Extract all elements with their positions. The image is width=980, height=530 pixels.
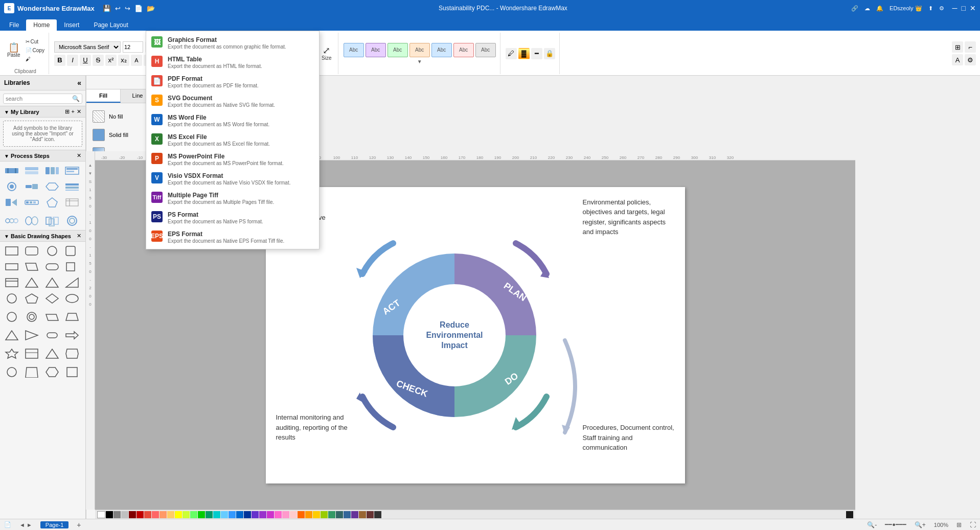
process-shape-6[interactable] xyxy=(24,179,40,194)
color-green-light[interactable] xyxy=(190,511,197,518)
close-process-btn[interactable]: ✕ xyxy=(77,152,81,159)
extra-btn[interactable]: ⚙ xyxy=(965,54,976,65)
text-color-btn[interactable]: A xyxy=(131,55,142,66)
basic-rect-2[interactable] xyxy=(3,260,20,274)
vt-5[interactable]: 5 xyxy=(87,194,94,201)
vt-2[interactable]: ▼ xyxy=(87,170,94,177)
color-near-black[interactable] xyxy=(846,511,853,518)
color-steel[interactable] xyxy=(344,511,351,518)
color-blue-dark[interactable] xyxy=(236,511,243,518)
bs-s5[interactable] xyxy=(3,365,20,379)
basic-pentagon[interactable] xyxy=(24,291,40,306)
basic-triangle-2[interactable] xyxy=(43,275,60,290)
color-yellow-light[interactable] xyxy=(167,511,174,518)
basic-rounded-rect-2[interactable] xyxy=(43,260,60,274)
bs-s4[interactable] xyxy=(64,347,81,361)
basic-drawing-section[interactable]: ▼ Basic Drawing Shapes ✕ xyxy=(0,230,85,242)
process-shape-10[interactable] xyxy=(24,195,40,210)
collapse-libraries-btn[interactable]: « xyxy=(77,79,81,87)
color-orange[interactable] xyxy=(298,511,305,518)
vt-9[interactable]: 0 xyxy=(87,227,94,234)
word-format-item[interactable]: W MS Word File Export the document as MS… xyxy=(146,111,319,130)
format-painter-btn[interactable]: 🖌 xyxy=(25,55,45,63)
my-library-section[interactable]: ▼ My Library ⊞ + ✕ xyxy=(0,106,85,118)
search-box[interactable]: 🔍 xyxy=(3,94,82,104)
fill-color-btn[interactable]: ▓ xyxy=(518,48,530,59)
redo-icon[interactable]: ↪ xyxy=(125,5,130,12)
vt-6[interactable]: 0 xyxy=(87,202,94,210)
ps-13[interactable] xyxy=(3,214,20,228)
basic-parallelogram[interactable] xyxy=(24,260,40,274)
bs-circle-3[interactable] xyxy=(3,310,20,324)
process-shape-5[interactable] xyxy=(3,179,20,194)
basic-note[interactable] xyxy=(3,275,20,290)
fit-screen-btn[interactable]: ⊞ xyxy=(956,521,962,528)
theme-style-2[interactable]: Abc xyxy=(366,43,386,57)
upgrade-icon[interactable]: ⬆ xyxy=(928,5,933,12)
vt-16[interactable]: 2 xyxy=(87,284,94,291)
vt-11[interactable]: - xyxy=(87,243,94,250)
vt-7[interactable]: - xyxy=(87,211,94,218)
size-btn[interactable]: ⤢ Size xyxy=(318,44,335,62)
process-shape-11[interactable] xyxy=(43,195,60,210)
color-yellow[interactable] xyxy=(175,511,182,518)
process-shape-4[interactable] xyxy=(64,164,81,178)
cut-btn[interactable]: ✂Cut xyxy=(25,38,45,45)
undo-icon[interactable]: ↩ xyxy=(115,5,121,12)
add-library-btn[interactable]: ⊞ xyxy=(65,108,70,115)
vt-13[interactable]: 5 xyxy=(87,260,94,267)
subscript-btn[interactable]: x₂ xyxy=(118,55,129,66)
basic-diamond[interactable] xyxy=(43,291,60,306)
color-red[interactable] xyxy=(144,511,151,518)
line-style-btn[interactable]: ━ xyxy=(531,48,542,59)
visio-format-item[interactable]: V Visio VSDX Format Export the document … xyxy=(146,169,319,189)
process-shape-3[interactable] xyxy=(43,164,60,178)
vt-12[interactable]: 1 xyxy=(87,251,94,259)
color-salmon[interactable] xyxy=(159,511,167,518)
excel-format-item[interactable]: X MS Excel File Export the document as M… xyxy=(146,130,319,150)
color-green[interactable] xyxy=(198,511,205,518)
color-black[interactable] xyxy=(106,511,113,518)
process-steps-section[interactable]: ▼ Process Steps ✕ xyxy=(0,150,85,162)
vt-15[interactable]: - xyxy=(87,276,94,283)
color-blue[interactable] xyxy=(229,511,236,518)
vt-1[interactable]: ▲ xyxy=(87,162,94,169)
basic-square-2[interactable] xyxy=(64,260,81,274)
process-shape-2[interactable] xyxy=(24,164,40,178)
search-input[interactable] xyxy=(6,96,72,102)
color-teal-dark[interactable] xyxy=(206,511,213,518)
process-shape-9[interactable] xyxy=(3,195,20,210)
bs-s3[interactable] xyxy=(43,347,60,361)
no-color-swatch[interactable] xyxy=(97,511,105,518)
color-yellow-green[interactable] xyxy=(183,511,190,518)
color-gray[interactable] xyxy=(113,511,121,518)
basic-rounded-square[interactable] xyxy=(64,244,81,258)
color-silver[interactable] xyxy=(121,511,128,518)
maximize-btn[interactable]: □ xyxy=(962,4,966,12)
eps-format-item[interactable]: EPS EPS Format Export the document as Na… xyxy=(146,227,319,247)
color-purple[interactable] xyxy=(252,511,259,518)
page-1-tab[interactable]: Page-1 xyxy=(40,521,69,528)
theme-style-6[interactable]: Abc xyxy=(453,43,474,57)
basic-circle[interactable] xyxy=(43,244,60,258)
process-shape-8[interactable] xyxy=(64,179,81,194)
color-blue-light[interactable] xyxy=(221,511,228,518)
import-library-btn[interactable]: + xyxy=(72,108,75,115)
theme-style-1[interactable]: Abc xyxy=(344,43,364,57)
color-brown[interactable] xyxy=(359,511,366,518)
fullscreen-btn[interactable]: ⛶ xyxy=(970,521,976,528)
vt-17[interactable]: 0 xyxy=(87,292,94,299)
bs-s6[interactable] xyxy=(24,365,40,379)
bs-t1[interactable] xyxy=(3,328,20,342)
zoom-in-btn[interactable]: 🔍+ xyxy=(915,521,926,528)
bs-s2[interactable] xyxy=(24,347,40,361)
color-forest[interactable] xyxy=(328,511,335,518)
close-btn[interactable]: ✕ xyxy=(970,4,976,12)
italic-btn[interactable]: I xyxy=(67,55,78,66)
color-charcoal[interactable] xyxy=(374,511,381,518)
tab-file[interactable]: File xyxy=(2,19,26,31)
ppt-format-item[interactable]: P MS PowerPoint File Export the document… xyxy=(146,150,319,169)
color-pink[interactable] xyxy=(275,511,282,518)
close-library-btn[interactable]: ✕ xyxy=(77,108,81,115)
tab-insert[interactable]: Insert xyxy=(57,19,86,31)
